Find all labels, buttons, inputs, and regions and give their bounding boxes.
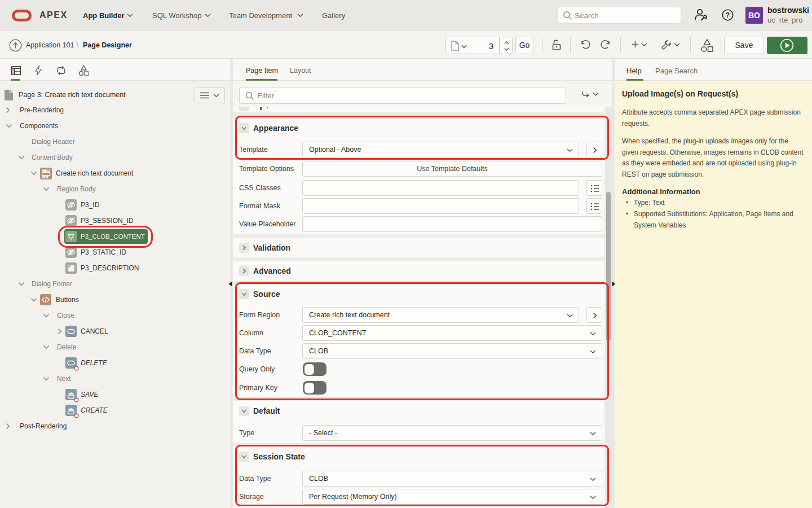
svg-text:?: ? [726, 11, 730, 19]
